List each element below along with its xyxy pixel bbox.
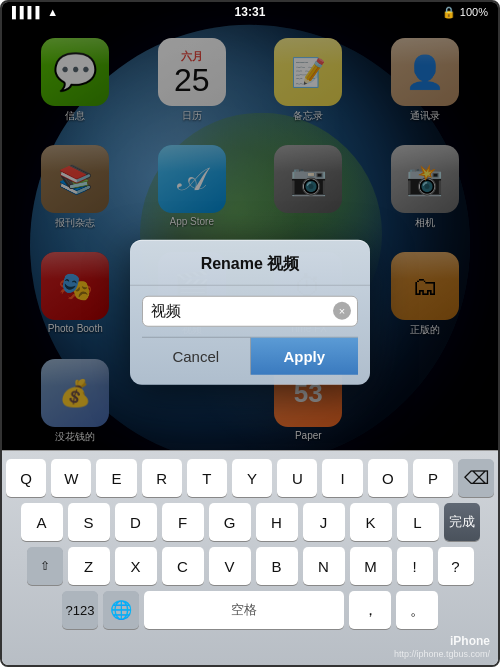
lock-icon: 🔒 — [442, 6, 456, 19]
key-h[interactable]: H — [256, 503, 298, 541]
key-a[interactable]: A — [21, 503, 63, 541]
backspace-key[interactable]: ⌫ — [458, 459, 494, 497]
key-v[interactable]: V — [209, 547, 251, 585]
globe-key[interactable]: 🌐 — [103, 591, 139, 629]
key-excl[interactable]: ! — [397, 547, 433, 585]
clear-button[interactable]: × — [333, 302, 351, 320]
key-x[interactable]: X — [115, 547, 157, 585]
key-j[interactable]: J — [303, 503, 345, 541]
key-e[interactable]: E — [96, 459, 136, 497]
watermark-line1: iPhone — [394, 634, 490, 650]
status-left: ▌▌▌▌ ▲ — [12, 6, 58, 18]
key-z[interactable]: Z — [68, 547, 110, 585]
status-bar: ▌▌▌▌ ▲ 13:31 🔒 100% — [2, 2, 498, 22]
keyboard-row-1: Q W E R T Y U I O P ⌫ — [6, 459, 494, 497]
key-u[interactable]: U — [277, 459, 317, 497]
status-time: 13:31 — [235, 5, 266, 19]
space-key[interactable]: 空格 — [144, 591, 344, 629]
key-r[interactable]: R — [142, 459, 182, 497]
status-right: 🔒 100% — [442, 6, 488, 19]
watermark: iPhone http://iphone.tgbus.com/ — [394, 634, 490, 661]
key-comma[interactable]: ， — [349, 591, 391, 629]
key-b[interactable]: B — [256, 547, 298, 585]
key-t[interactable]: T — [187, 459, 227, 497]
rename-input[interactable] — [151, 302, 329, 319]
dialog-title: Rename 视频 — [130, 239, 370, 285]
screen-frame: ▌▌▌▌ ▲ 13:31 🔒 100% 💬 信息 六月 25 — [0, 0, 500, 667]
num-sym-key[interactable]: ?123 — [62, 591, 98, 629]
wifi-icon: ▲ — [47, 6, 58, 18]
key-g[interactable]: G — [209, 503, 251, 541]
rename-dialog: Rename 视频 × Cancel Apply — [130, 239, 370, 384]
key-n[interactable]: N — [303, 547, 345, 585]
carrier-icon: ▌▌▌▌ — [12, 6, 43, 18]
apply-button[interactable]: Apply — [251, 337, 359, 374]
rename-input-wrapper[interactable]: × — [142, 295, 358, 326]
key-o[interactable]: O — [368, 459, 408, 497]
dialog-buttons: Cancel Apply — [142, 336, 358, 374]
done-key[interactable]: 完成 — [444, 503, 480, 541]
key-l[interactable]: L — [397, 503, 439, 541]
dialog-body: × Cancel Apply — [130, 285, 370, 384]
key-q[interactable]: Q — [6, 459, 46, 497]
key-period[interactable]: 。 — [396, 591, 438, 629]
keyboard-rows: Q W E R T Y U I O P ⌫ A S D F G H J — [2, 451, 498, 633]
key-s[interactable]: S — [68, 503, 110, 541]
key-i[interactable]: I — [322, 459, 362, 497]
key-question[interactable]: ? — [438, 547, 474, 585]
key-d[interactable]: D — [115, 503, 157, 541]
keyboard-row-3: ⇧ Z X C V B N M ! ? — [6, 547, 494, 585]
key-c[interactable]: C — [162, 547, 204, 585]
dialog-overlay — [2, 2, 498, 470]
battery-text: 100% — [460, 6, 488, 18]
key-f[interactable]: F — [162, 503, 204, 541]
cancel-button[interactable]: Cancel — [142, 337, 251, 374]
key-p[interactable]: P — [413, 459, 453, 497]
keyboard-row-4: ?123 🌐 空格 ， 。 — [6, 591, 494, 629]
key-m[interactable]: M — [350, 547, 392, 585]
key-k[interactable]: K — [350, 503, 392, 541]
watermark-line2: http://iphone.tgbus.com/ — [394, 649, 490, 661]
keyboard-row-2: A S D F G H J K L 完成 — [6, 503, 494, 541]
shift-key[interactable]: ⇧ — [27, 547, 63, 585]
key-w[interactable]: W — [51, 459, 91, 497]
key-y[interactable]: Y — [232, 459, 272, 497]
